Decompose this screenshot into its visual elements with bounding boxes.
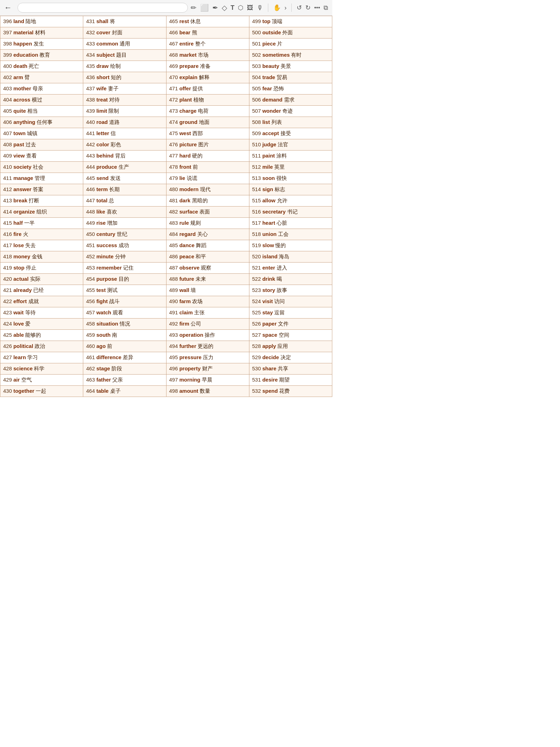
vocab-word: peace xyxy=(179,253,194,259)
vocab-word: short xyxy=(96,74,109,80)
pencil-icon[interactable]: ✏ xyxy=(191,4,197,12)
vocab-cell: 417 lose 失去 xyxy=(0,240,83,251)
table-row: 419 stop 停止453 remember 记住487 observe 观察… xyxy=(0,263,332,274)
vocab-table: 396 land 陆地431 shall 将465 rest 休息499 top… xyxy=(0,16,332,397)
vocab-word: lose xyxy=(13,242,24,248)
vocab-translation: 奇迹 xyxy=(281,108,293,114)
vocab-cell: 474 ground 地面 xyxy=(166,117,249,128)
vocab-cell: 459 south 南 xyxy=(83,330,166,341)
table-row: 415 half 一半449 rise 增加483 rule 规则517 hea… xyxy=(0,218,332,229)
vocab-word: success xyxy=(96,242,117,248)
vocab-number: 466 xyxy=(169,29,179,35)
forward-icon[interactable]: › xyxy=(284,4,286,12)
vocab-number: 523 xyxy=(252,287,262,293)
vocab-word: apply xyxy=(262,343,276,349)
vocab-cell: 493 operation 操作 xyxy=(166,330,249,341)
vocab-cell: 400 death 死亡 xyxy=(0,61,83,72)
vocab-cell: 496 property 财产 xyxy=(166,363,249,375)
vocab-translation: 早晨 xyxy=(200,377,212,383)
vocab-translation: 已经 xyxy=(32,287,44,293)
vocab-number: 457 xyxy=(86,309,96,315)
table-row: 413 break 打断447 total 总481 dark 黑暗的515 a… xyxy=(0,195,332,207)
vocab-word: stage xyxy=(96,365,110,371)
vocab-number: 469 xyxy=(169,63,179,69)
vocab-word: limit xyxy=(96,108,107,114)
vocab-number: 465 xyxy=(169,18,179,24)
vocab-cell: 482 surface 表面 xyxy=(166,207,249,218)
diamond-icon[interactable]: ◇ xyxy=(222,4,227,12)
vocab-word: property xyxy=(179,365,201,371)
text-icon[interactable]: T xyxy=(231,4,234,12)
vocab-cell: 484 regard 关心 xyxy=(166,229,249,240)
mic-icon[interactable]: 🎙 xyxy=(257,4,263,12)
vocab-number: 452 xyxy=(86,253,96,259)
copy-icon[interactable]: ⧉ xyxy=(324,4,328,12)
vocab-cell: 461 difference 差异 xyxy=(83,352,166,363)
vocab-word: sometimes xyxy=(262,52,290,58)
vocab-word: hard xyxy=(179,153,191,159)
vocab-number: 433 xyxy=(86,41,96,47)
vocab-translation: 允许 xyxy=(275,197,287,203)
vocab-translation: 陆地 xyxy=(24,18,36,24)
back-button[interactable]: ← xyxy=(4,3,12,12)
vocab-cell: 497 morning 早晨 xyxy=(166,375,249,386)
vocab-number: 458 xyxy=(86,321,96,327)
vocab-cell: 468 market 市场 xyxy=(166,50,249,61)
table-row: 423 wait 等待457 watch 观看491 claim 主张525 s… xyxy=(0,307,332,319)
vocab-number: 420 xyxy=(3,276,13,282)
vocab-translation: 喜欢 xyxy=(105,209,117,215)
vocab-cell: 437 wife 妻子 xyxy=(83,83,166,95)
vocab-cell: 513 soon 很快 xyxy=(249,173,332,184)
vocab-translation: 彩色 xyxy=(109,141,121,147)
vocab-cell: 421 already 已经 xyxy=(0,285,83,296)
pen-icon[interactable]: ✒ xyxy=(212,4,218,12)
table-row: 424 love 爱458 situation 情况492 firm 公司526… xyxy=(0,319,332,330)
vocab-word: minute xyxy=(96,253,113,259)
vocab-number: 439 xyxy=(86,108,96,114)
shape-icon[interactable]: ⬡ xyxy=(238,4,243,12)
vocab-number: 476 xyxy=(169,141,179,147)
vocab-cell: 475 west 西部 xyxy=(166,128,249,139)
vocab-cell: 476 picture 图片 xyxy=(166,139,249,151)
vocab-cell: 419 stop 停止 xyxy=(0,263,83,274)
vocab-translation: 任何事 xyxy=(35,119,52,125)
vocab-word: situation xyxy=(96,321,118,327)
vocab-cell: 525 stay 逗留 xyxy=(249,307,332,319)
vocab-word: plant xyxy=(179,97,192,103)
vocab-cell: 452 minute 分钟 xyxy=(83,251,166,263)
image-icon[interactable]: 🖼 xyxy=(247,4,253,12)
vocab-translation: 慢的 xyxy=(274,242,286,248)
vocab-cell: 413 break 打断 xyxy=(0,195,83,207)
vocab-number: 453 xyxy=(86,265,96,271)
vocab-cell: 409 view 查看 xyxy=(0,151,83,162)
vocab-number: 442 xyxy=(86,141,96,147)
url-bar[interactable] xyxy=(17,3,188,13)
vocab-word: ground xyxy=(179,119,198,125)
undo-icon[interactable]: ↺ xyxy=(297,4,302,12)
redo-icon[interactable]: ↻ xyxy=(305,4,311,12)
hand-icon[interactable]: ✋ xyxy=(273,4,281,12)
vocab-cell: 477 hard 硬的 xyxy=(166,151,249,162)
vocab-number: 496 xyxy=(169,365,179,371)
vocab-cell: 415 half 一半 xyxy=(0,218,83,229)
vocab-word: explain xyxy=(179,74,198,80)
vocab-translation: 发送 xyxy=(108,175,120,181)
vocab-cell: 515 allow 允许 xyxy=(249,195,332,207)
vocab-cell: 532 spend 花费 xyxy=(249,386,332,397)
vocab-number: 449 xyxy=(86,220,96,226)
vocab-number: 448 xyxy=(86,209,96,215)
vocab-word: amount xyxy=(179,388,198,394)
vocab-translation: 未来 xyxy=(194,276,206,282)
vocab-number: 430 xyxy=(3,388,13,394)
table-row: 428 science 科学462 stage 阶段496 property 财… xyxy=(0,363,332,375)
vocab-translation: 工会 xyxy=(277,231,289,237)
vocab-number: 413 xyxy=(3,197,13,203)
table-row: 421 already 已经455 test 测试489 wall 墙523 s… xyxy=(0,285,332,296)
eraser-icon[interactable]: ⬜ xyxy=(200,4,209,12)
vocab-number: 527 xyxy=(252,332,262,338)
vocab-word: future xyxy=(179,276,194,282)
vocab-number: 424 xyxy=(3,321,13,327)
vocab-translation: 道路 xyxy=(108,119,120,125)
more-icon[interactable]: ••• xyxy=(314,5,320,11)
vocab-number: 532 xyxy=(252,388,262,394)
